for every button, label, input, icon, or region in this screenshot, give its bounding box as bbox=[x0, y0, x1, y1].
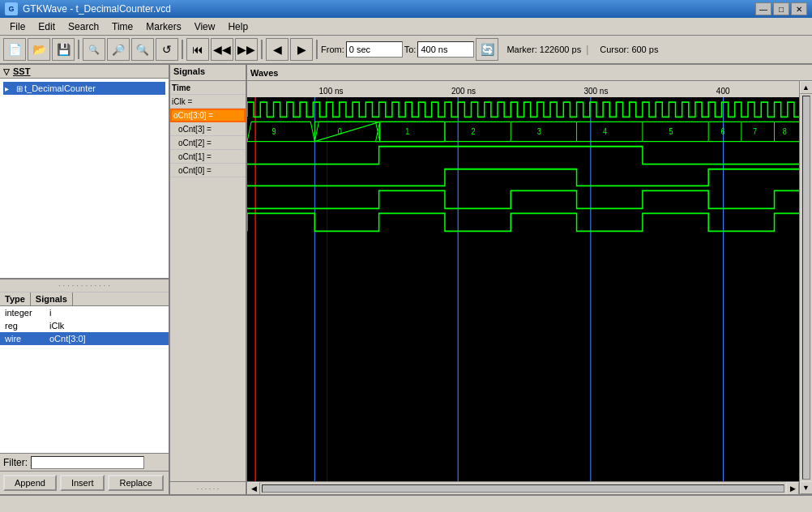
signals-panel-body: Time iClk = oCnt[3:0] = oCnt[3] = oCnt[2… bbox=[170, 81, 246, 481]
filter-input[interactable] bbox=[31, 456, 144, 469]
svg-text:3: 3 bbox=[537, 126, 541, 136]
signal-ocnt0-row[interactable]: oCnt[0] = bbox=[170, 164, 246, 177]
wave-svg: 9 0 1 2 bbox=[247, 97, 799, 481]
vscroll-track[interactable] bbox=[802, 96, 810, 480]
menu-file[interactable]: File bbox=[3, 19, 32, 34]
bottom-buttons: Append Insert Replace bbox=[0, 471, 169, 494]
sst-header: ▽ SST bbox=[0, 65, 169, 79]
append-button[interactable]: Append bbox=[3, 475, 57, 491]
waves-vscroll: ▲ ▼ bbox=[799, 81, 812, 494]
sst-tree-item[interactable]: ▸ ⊞ t_DecimalCounter bbox=[3, 82, 165, 95]
svg-text:2: 2 bbox=[471, 126, 475, 136]
zoom-fit-button[interactable]: 🔍 bbox=[83, 38, 105, 61]
signal-ocnt3-row[interactable]: oCnt[3] = bbox=[170, 122, 246, 136]
cursor-info: Cursor: 600 ps bbox=[600, 45, 658, 54]
menu-help[interactable]: Help bbox=[221, 19, 254, 34]
from-field: From: bbox=[321, 41, 403, 58]
tree-expand-icon: ▸ bbox=[5, 84, 15, 93]
zoom-out-button[interactable]: 🔎 bbox=[131, 38, 154, 61]
toolbar-separator-3 bbox=[261, 40, 263, 59]
next-button[interactable]: ▶▶ bbox=[235, 38, 258, 61]
info-separator: | bbox=[586, 44, 588, 55]
svg-text:1: 1 bbox=[405, 126, 409, 136]
zoom-in-button[interactable]: 🔎 bbox=[107, 38, 130, 61]
open-button[interactable]: 📂 bbox=[28, 38, 50, 61]
waves-header: Waves bbox=[247, 65, 812, 81]
time-label-400: 400 bbox=[716, 87, 730, 96]
waves-hscroll: ◀ ▶ bbox=[247, 481, 799, 494]
svg-marker-14 bbox=[380, 122, 445, 141]
signal-ocnt2-row[interactable]: oCnt[2] = bbox=[170, 136, 246, 150]
tree-chip-icon: ⊞ bbox=[16, 84, 23, 93]
insert-button[interactable]: Insert bbox=[60, 475, 105, 491]
minimize-button[interactable]: — bbox=[755, 2, 771, 15]
hscroll-track[interactable] bbox=[262, 484, 784, 493]
filter-label: Filter: bbox=[3, 457, 28, 468]
signals-column-header: Signals bbox=[31, 292, 73, 305]
to-label: To: bbox=[404, 45, 417, 54]
signal-type-1: reg bbox=[0, 320, 45, 331]
svg-marker-9 bbox=[247, 122, 314, 141]
toolbar-separator-4 bbox=[316, 40, 318, 59]
left-panel: ▽ SST ▸ ⊞ t_DecimalCounter · · · · · · ·… bbox=[0, 65, 170, 494]
signals-section: Type Signals integer i reg iClk wire oCn… bbox=[0, 292, 169, 453]
maximize-button[interactable]: □ bbox=[773, 2, 789, 15]
svg-text:8: 8 bbox=[783, 126, 787, 136]
dots-separator: · · · · · · · · · · · · bbox=[0, 279, 169, 292]
svg-text:0: 0 bbox=[338, 126, 342, 136]
type-column-header: Type bbox=[0, 292, 31, 305]
signal-row-1[interactable]: reg iClk bbox=[0, 319, 169, 332]
vscroll-down-button[interactable]: ▼ bbox=[800, 481, 813, 494]
waves-signals-area[interactable]: 9 0 1 2 bbox=[247, 97, 799, 481]
svg-text:4: 4 bbox=[603, 126, 607, 136]
forward-button[interactable]: ▶ bbox=[290, 38, 313, 61]
toolbar: 📄 📂 💾 🔍 🔎 🔎 ↺ ⏮ ◀◀ ▶▶ ◀ ▶ From: To: 🔄 Ma… bbox=[0, 36, 812, 65]
sst-tree-label: t_DecimalCounter bbox=[24, 83, 96, 93]
close-button[interactable]: ✕ bbox=[791, 2, 807, 15]
back-button[interactable]: ◀ bbox=[266, 38, 288, 61]
signal-name-1: iClk bbox=[45, 320, 169, 331]
menu-markers[interactable]: Markers bbox=[139, 19, 187, 34]
from-input[interactable] bbox=[346, 41, 403, 58]
vscroll-up-button[interactable]: ▲ bbox=[800, 81, 813, 94]
hscroll-right-button[interactable]: ▶ bbox=[786, 482, 799, 495]
prev-button[interactable]: ◀◀ bbox=[211, 38, 233, 61]
time-label-200: 200 ns bbox=[451, 87, 476, 96]
reload-button[interactable]: 💾 bbox=[52, 38, 75, 61]
signals-time-row: Time bbox=[170, 81, 246, 95]
menu-edit[interactable]: Edit bbox=[32, 19, 62, 34]
waves-content: 100 ns 200 ns 300 ns 400 bbox=[247, 81, 799, 494]
waves-time-ruler: 100 ns 200 ns 300 ns 400 bbox=[247, 81, 799, 97]
app-icon: G bbox=[5, 2, 18, 15]
main-area: ▽ SST ▸ ⊞ t_DecimalCounter · · · · · · ·… bbox=[0, 65, 812, 494]
menubar: File Edit Search Time Markers View Help bbox=[0, 18, 812, 36]
hscroll-left-button[interactable]: ◀ bbox=[247, 482, 260, 495]
signal-row-2[interactable]: wire oCnt[3:0] bbox=[0, 332, 169, 345]
refresh-button[interactable]: 🔄 bbox=[476, 38, 498, 61]
begin-button[interactable]: ⏮ bbox=[186, 38, 209, 61]
from-label: From: bbox=[321, 45, 344, 54]
signal-iclk-row[interactable]: iClk = bbox=[170, 95, 246, 109]
menu-time[interactable]: Time bbox=[105, 19, 139, 34]
svg-text:7: 7 bbox=[753, 126, 757, 136]
svg-text:6: 6 bbox=[720, 126, 724, 136]
signal-name-0: i bbox=[45, 307, 169, 318]
signal-ocnt1-row[interactable]: oCnt[1] = bbox=[170, 150, 246, 164]
filter-bar: Filter: bbox=[0, 453, 169, 471]
waves-title: Waves bbox=[250, 68, 278, 78]
titlebar-controls: — □ ✕ bbox=[755, 2, 807, 15]
to-field: To: bbox=[404, 41, 475, 58]
undo-button[interactable]: ↺ bbox=[156, 38, 178, 61]
toolbar-separator-2 bbox=[182, 40, 183, 59]
sst-section: ▽ SST ▸ ⊞ t_DecimalCounter bbox=[0, 65, 169, 279]
menu-view[interactable]: View bbox=[188, 19, 222, 34]
replace-button[interactable]: Replace bbox=[108, 475, 163, 491]
menu-search[interactable]: Search bbox=[62, 19, 105, 34]
new-button[interactable]: 📄 bbox=[3, 38, 26, 61]
sst-tree: ▸ ⊞ t_DecimalCounter bbox=[0, 79, 169, 98]
signal-row-0[interactable]: integer i bbox=[0, 306, 169, 319]
to-input[interactable] bbox=[417, 41, 474, 58]
signals-vscroll: · · · · · · bbox=[170, 481, 246, 494]
signal-ocnt-bus-row[interactable]: oCnt[3:0] = bbox=[170, 109, 246, 122]
signal-type-2: wire bbox=[0, 333, 45, 344]
